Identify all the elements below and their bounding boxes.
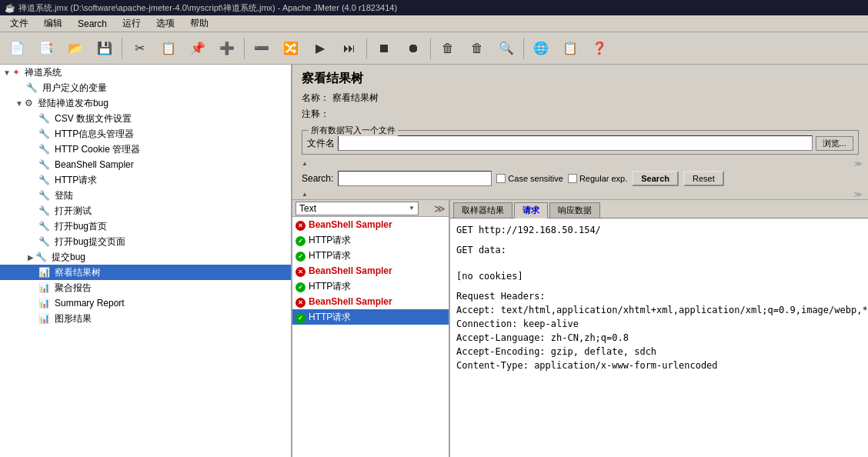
tree-item-user-vars[interactable]: 🔧用户定义的变量	[0, 80, 291, 95]
toolbar-btn-start[interactable]: ▶	[306, 35, 334, 62]
toolbar-btn-list[interactable]: 📋	[556, 35, 584, 62]
sampler-icon: 🔧	[38, 159, 50, 170]
toolbar-btn-cut[interactable]: ✂	[125, 35, 153, 62]
menu-item-options[interactable]: 选项	[149, 15, 182, 32]
toolbar-btn-open[interactable]: 📂	[62, 35, 89, 62]
toolbar-btn-question[interactable]: ❓	[586, 35, 613, 62]
main-layout: ▼✦禅道系统🔧用户定义的变量▼⚙登陆禅道发布bug🔧CSV 数据文件设置🔧HTT…	[0, 65, 868, 457]
tree-item-csv[interactable]: 🔧CSV 数据文件设置	[0, 111, 291, 126]
tree-item-summary[interactable]: 📊Summary Report	[0, 295, 291, 311]
scroll-right-icon[interactable]: ≫	[434, 202, 446, 215]
comment-label: 注释：	[302, 108, 332, 121]
toolbar-btn-new[interactable]: 📄	[3, 35, 31, 62]
detail-tab-response-data[interactable]: 响应数据	[549, 202, 600, 218]
toolbar-btn-save[interactable]: 💾	[91, 35, 119, 62]
toolbar-btn-collapse[interactable]: ➖	[248, 35, 275, 62]
result-item-r5[interactable]: ✓HTTP请求	[292, 279, 449, 294]
result-item-label: HTTP请求	[309, 249, 351, 262]
tree-item-open-bug[interactable]: 🔧打开bug首页	[0, 218, 291, 234]
scroll-indicator-right2: ≫	[854, 190, 862, 198]
tree-item-http1[interactable]: 🔧HTTP请求	[0, 172, 291, 188]
toolbar-btn-copy[interactable]: 📋	[155, 35, 182, 62]
result-item-r3[interactable]: ✓HTTP请求	[292, 248, 449, 263]
result-item-r4[interactable]: ✕BeanShell Sampler	[292, 263, 449, 279]
test-plan-icon: ✦	[12, 67, 20, 78]
sampler-icon: 🔧	[38, 190, 50, 201]
tree-item-http-cookie[interactable]: 🔧HTTP Cookie 管理器	[0, 142, 291, 157]
toolbar-btn-toggle[interactable]: 🔀	[277, 35, 305, 62]
toolbar-btn-find[interactable]: 🔍	[492, 35, 520, 62]
tree-panel: ▼✦禅道系统🔧用户定义的变量▼⚙登陆禅道发布bug🔧CSV 数据文件设置🔧HTT…	[0, 65, 292, 457]
results-list-panel: Text ▼ ≫ ✕BeanShell Sampler✓HTTP请求✓HTTP请…	[292, 200, 450, 457]
results-dropdown[interactable]: Text ▼	[295, 202, 419, 215]
toolbar-btn-remote[interactable]: 🌐	[527, 35, 555, 62]
results-list-header: Text ▼ ≫	[292, 200, 449, 217]
toolbar-btn-stop[interactable]: ⏹	[370, 35, 398, 62]
tree-item-label: BeanShell Sampler	[55, 159, 134, 170]
menu-item-search[interactable]: Search	[71, 16, 114, 32]
detail-tab-request[interactable]: 请求	[514, 202, 548, 218]
toolbar-separator-4	[122, 38, 122, 59]
reset-button[interactable]: Reset	[683, 171, 724, 186]
search-input[interactable]	[338, 171, 492, 186]
menu-item-edit[interactable]: 编辑	[37, 15, 69, 32]
detail-line: GET data:	[456, 243, 862, 257]
result-item-label: HTTP请求	[309, 234, 351, 247]
error-icon: ✕	[295, 265, 305, 277]
tree-expand-icon[interactable]: ▼	[3, 68, 11, 77]
case-sensitive-checkbox[interactable]	[496, 174, 506, 183]
toolbar-btn-expand[interactable]: ➕	[213, 35, 241, 62]
arrow-divider-top: ≫	[292, 158, 868, 168]
tree-item-label: HTTP Cookie 管理器	[55, 143, 140, 156]
tree-item-beanshell1[interactable]: 🔧BeanShell Sampler	[0, 157, 291, 172]
toolbar-btn-templates[interactable]: 📑	[32, 35, 60, 62]
tree-item-open-test[interactable]: 🔧打开测试	[0, 203, 291, 218]
result-item-r1[interactable]: ✕BeanShell Sampler	[292, 217, 449, 232]
file-input[interactable]	[338, 135, 813, 151]
dropdown-arrow-icon: ▼	[409, 205, 415, 212]
file-section-legend: 所有数据写入一个文件	[309, 125, 398, 136]
result-item-r2[interactable]: ✓HTTP请求	[292, 232, 449, 248]
result-item-label: HTTP请求	[309, 280, 351, 293]
detail-line	[456, 237, 862, 243]
browse-button[interactable]: 浏览...	[816, 136, 853, 151]
search-button[interactable]: Search	[632, 171, 679, 186]
generic-icon: 🔧	[26, 82, 38, 93]
result-item-r7[interactable]: ✓HTTP请求	[292, 309, 449, 325]
detail-tab-sampler-result[interactable]: 取样器结果	[453, 202, 512, 218]
tree-item-label: 登陆	[55, 189, 73, 202]
tree-item-http-header[interactable]: 🔧HTTP信息头管理器	[0, 126, 291, 142]
bottom-area: Text ▼ ≫ ✕BeanShell Sampler✓HTTP请求✓HTTP请…	[292, 199, 868, 457]
tree-item-open-submit[interactable]: 🔧打开bug提交页面	[0, 234, 291, 249]
toolbar: 📄📑📂💾✂📋📌➕➖🔀▶⏭⏹⏺🗑🗑🔍🌐📋❓	[0, 32, 868, 65]
toolbar-btn-shutdown[interactable]: ⏺	[399, 35, 427, 62]
detail-line: Request Headers:	[456, 289, 862, 303]
file-section: 所有数据写入一个文件 文件名 浏览...	[302, 130, 859, 155]
sampler-icon: 🔧	[38, 221, 50, 232]
toolbar-btn-paste[interactable]: 📌	[184, 35, 212, 62]
toolbar-separator-8	[244, 38, 245, 59]
tree-item-submit-bug[interactable]: ▶🔧提交bug	[0, 249, 291, 265]
tree-item-view-results[interactable]: 📊察看结果树	[0, 265, 291, 280]
tree-item-root[interactable]: ▼✦禅道系统	[0, 65, 291, 80]
tree-item-aggregate[interactable]: 📊聚合报告	[0, 280, 291, 295]
name-value: 察看结果树	[332, 92, 859, 105]
comment-row: 注释：	[302, 108, 859, 121]
regular-exp-checkbox[interactable]	[568, 174, 577, 183]
name-label: 名称：	[302, 92, 332, 105]
result-item-r6[interactable]: ✕BeanShell Sampler	[292, 294, 449, 309]
tree-expand-icon[interactable]: ▼	[15, 99, 23, 108]
tree-expand-icon[interactable]: ▶	[28, 253, 34, 262]
menu-item-run[interactable]: 运行	[115, 15, 148, 32]
tree-item-login[interactable]: 🔧登陆	[0, 188, 291, 203]
tree-item-label: 打开bug提交页面	[55, 235, 125, 249]
toolbar-btn-clear-all[interactable]: 🗑	[463, 35, 491, 62]
tree-item-bug-group[interactable]: ▼⚙登陆禅道发布bug	[0, 95, 291, 111]
menu-item-file[interactable]: 文件	[3, 15, 35, 32]
tree-item-graph[interactable]: 📊图形结果	[0, 311, 291, 326]
error-icon: ✕	[295, 219, 305, 231]
toolbar-btn-clear[interactable]: 🗑	[434, 35, 462, 62]
menu-item-help[interactable]: 帮助	[183, 15, 215, 32]
toolbar-btn-start-no-pause[interactable]: ⏭	[336, 35, 363, 62]
tree-item-label: CSV 数据文件设置	[55, 112, 132, 125]
